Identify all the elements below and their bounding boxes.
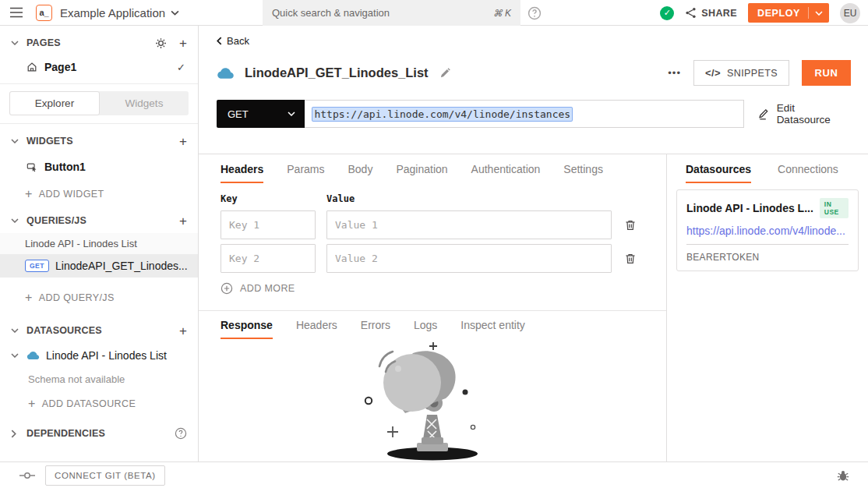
add-widget-plus-button[interactable]: + — [179, 135, 187, 148]
connect-git-button[interactable]: CONNECT GIT (BETA) — [45, 465, 165, 486]
plus-circle-icon — [221, 282, 233, 295]
dependencies-section-header[interactable]: DEPENDENCIES — [0, 421, 198, 446]
key-1-input[interactable] — [221, 210, 316, 239]
right-panel-tabs: Datasources Connections — [667, 154, 868, 183]
widgets-section-header[interactable]: WIDGETS + — [0, 129, 198, 154]
url-input[interactable]: https://api.linode.com/v4/linode/instanc… — [305, 100, 743, 128]
back-button[interactable]: Back — [217, 35, 263, 47]
queries-section-header[interactable]: QUERIES/JS + — [0, 208, 198, 233]
sidebar-item-button1[interactable]: Button1 — [0, 154, 198, 180]
datasource-card-auth-type: BEARERTOKEN — [686, 252, 849, 263]
queries-title: QUERIES/JS — [26, 215, 86, 226]
share-label: SHARE — [701, 8, 737, 19]
tab-logs[interactable]: Logs — [414, 311, 437, 339]
value-2-input[interactable] — [326, 244, 612, 273]
add-widget-label: ADD WIDGET — [39, 189, 104, 200]
satellite-dish-illustration — [339, 339, 526, 461]
cloud-query-icon — [217, 67, 235, 80]
request-tabs: Headers Params Body Pagination Authentic… — [199, 154, 666, 183]
add-widget-button[interactable]: + ADD WIDGET — [0, 180, 198, 208]
code-icon: </> — [705, 67, 721, 79]
button-widget-icon — [26, 161, 37, 172]
add-datasource-button[interactable]: + ADD DATASOURCE — [0, 390, 198, 418]
dependencies-help-icon[interactable] — [175, 427, 187, 440]
value-1-input[interactable] — [326, 210, 612, 239]
bug-report-icon[interactable] — [837, 469, 849, 482]
tab-response-headers[interactable]: Headers — [296, 311, 337, 339]
headers-form: Key Value ADD MORE — [199, 183, 666, 310]
tab-inspect-entity[interactable]: Inspect entity — [460, 311, 525, 339]
editor-header: Back LinodeAPI_GET_Linodes_List ••• </> … — [199, 26, 868, 154]
chevron-right-icon[interactable] — [11, 430, 20, 438]
active-page-check-icon: ✓ — [177, 62, 185, 73]
chevron-down-icon[interactable] — [11, 353, 20, 358]
user-avatar[interactable]: EU — [840, 3, 860, 23]
run-button[interactable]: RUN — [802, 60, 851, 86]
dependencies-title: DEPENDENCIES — [26, 428, 105, 439]
tab-headers[interactable]: Headers — [221, 154, 263, 183]
footer-bar: CONNECT GIT (BETA) — [0, 461, 868, 488]
chevron-down-icon — [288, 111, 295, 116]
add-page-button[interactable]: + — [179, 37, 187, 50]
request-response-pane: Headers Params Body Pagination Authentic… — [199, 154, 666, 461]
topbar: a_ Example Application Quick search & na… — [0, 0, 868, 26]
tab-explorer[interactable]: Explorer — [9, 91, 100, 115]
deploy-chevron-icon[interactable] — [809, 11, 829, 16]
help-icon[interactable] — [528, 6, 542, 20]
http-method-dropdown[interactable]: GET — [217, 100, 305, 128]
chevron-down-icon[interactable] — [11, 41, 20, 45]
tab-connections[interactable]: Connections — [778, 154, 838, 183]
datasources-section-header[interactable]: DATASOURCES + — [0, 318, 198, 343]
app-logo-icon[interactable]: a_ — [36, 5, 52, 21]
pencil-underline-icon — [758, 108, 770, 120]
trash-icon — [624, 253, 637, 265]
snippets-button[interactable]: </> SNIPPETS — [693, 60, 789, 86]
page-item-label: Page1 — [44, 61, 76, 73]
hamburger-menu-icon[interactable] — [9, 7, 23, 18]
datasource-card-url-link[interactable]: https://api.linode.com/v4/linode... — [686, 225, 849, 245]
cloud-datasource-icon — [26, 351, 40, 360]
deploy-button[interactable]: DEPLOY — [748, 3, 829, 23]
datasource-card[interactable]: Linode API - Linodes L... IN USE https:/… — [676, 189, 859, 271]
add-query-plus-button[interactable]: + — [179, 214, 187, 228]
pages-settings-gear-icon[interactable] — [155, 37, 167, 49]
pages-title: PAGES — [26, 37, 61, 48]
add-more-button[interactable]: ADD MORE — [221, 282, 306, 295]
search-input[interactable]: Quick search & navigation ⌘ K — [263, 0, 520, 26]
add-datasource-label: ADD DATASOURCE — [42, 398, 136, 409]
tab-datasources[interactable]: Datasources — [686, 154, 751, 183]
chevron-down-icon[interactable] — [11, 328, 20, 333]
tab-params[interactable]: Params — [287, 154, 324, 183]
key-2-input[interactable] — [221, 244, 316, 273]
git-branch-icon — [19, 472, 36, 479]
pages-section-header[interactable]: PAGES + — [0, 30, 198, 55]
datasources-title: DATASOURCES — [26, 325, 102, 336]
back-label: Back — [227, 35, 249, 47]
chevron-down-icon[interactable] — [11, 139, 20, 143]
sidebar-item-page1[interactable]: Page1 ✓ — [0, 55, 198, 79]
sidebar-item-query-selected[interactable]: GET LinodeAPI_GET_Linodes... — [0, 254, 198, 278]
edit-datasource-button[interactable]: Edit Datasource — [758, 102, 851, 126]
chevron-down-icon[interactable] — [11, 218, 20, 223]
tab-authentication[interactable]: Authentication — [471, 154, 541, 183]
app-name[interactable]: Example Application — [60, 6, 165, 19]
tab-errors[interactable]: Errors — [361, 311, 390, 339]
delete-row-2-button[interactable] — [623, 251, 638, 267]
http-method-value: GET — [228, 108, 249, 120]
edit-title-pencil-icon[interactable] — [439, 67, 451, 79]
header-row-2 — [221, 244, 644, 273]
tab-pagination[interactable]: Pagination — [396, 154, 447, 183]
tab-body[interactable]: Body — [348, 154, 373, 183]
more-options-button[interactable]: ••• — [668, 67, 681, 79]
share-button[interactable]: SHARE — [685, 7, 737, 19]
tab-response[interactable]: Response — [221, 311, 273, 339]
tab-widgets[interactable]: Widgets — [100, 91, 189, 115]
chevron-down-icon[interactable] — [171, 10, 179, 16]
search-placeholder: Quick search & navigation — [272, 7, 390, 19]
add-datasource-plus-button[interactable]: + — [179, 324, 187, 338]
editor-main: Back LinodeAPI_GET_Linodes_List ••• </> … — [199, 26, 868, 461]
delete-row-1-button[interactable] — [623, 217, 638, 233]
sidebar-item-datasource[interactable]: Linode API - Linodes List — [0, 343, 198, 368]
add-query-button[interactable]: + ADD QUERY/JS — [0, 284, 198, 312]
tab-settings[interactable]: Settings — [563, 154, 603, 183]
